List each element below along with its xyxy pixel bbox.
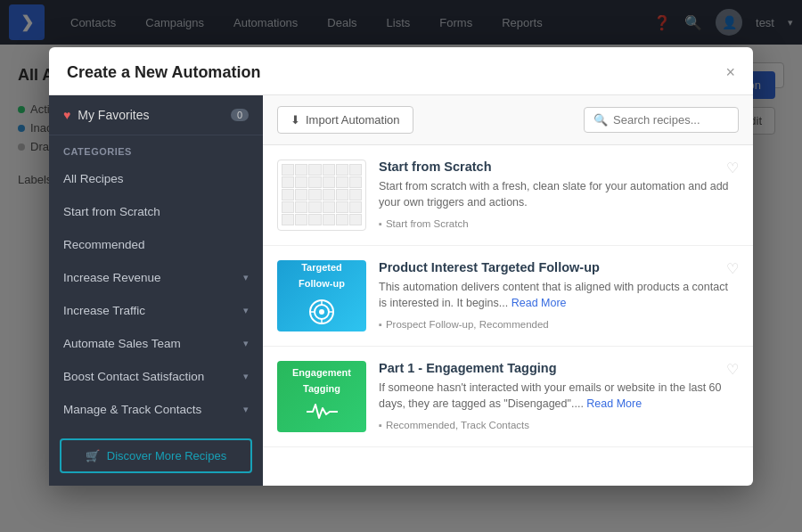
targeted-thumb-label2: Follow-up	[299, 278, 345, 290]
chevron-down-icon: ▾	[243, 305, 249, 316]
targeted-thumb-label1: Targeted	[301, 262, 342, 274]
modal-header: Create a New Automation ×	[49, 47, 753, 95]
recipe-desc-scratch: Start from scratch with a fresh, clean s…	[379, 178, 739, 212]
recipe-title-row-targeted: Product Interest Targeted Follow-up ♡	[379, 260, 739, 279]
recipe-thumb-targeted: Targeted Follow-up	[277, 260, 366, 331]
search-recipes-input[interactable]	[613, 113, 729, 127]
recipe-thumb-scratch	[277, 160, 366, 231]
search-icon: 🔍	[593, 113, 608, 127]
engagement-thumb-label1: Engagement	[292, 367, 351, 379]
recipe-heart-scratch[interactable]: ♡	[726, 160, 739, 176]
recipe-info-scratch: Start from Scratch ♡ Start from scratch …	[379, 160, 739, 230]
chevron-down-icon: ▾	[243, 272, 249, 283]
recipe-info-targeted: Product Interest Targeted Follow-up ♡ Th…	[379, 260, 739, 331]
boost-contact-label: Boost Contact Satisfaction	[63, 370, 204, 383]
sidebar-item-automate-sales[interactable]: Automate Sales Team ▾	[49, 327, 263, 360]
chevron-down-icon: ▾	[243, 338, 249, 349]
arrow-down-icon: ⬇	[291, 113, 300, 127]
sidebar-item-increase-traffic[interactable]: Increase Traffic ▾	[49, 294, 263, 327]
recipe-item-targeted: Targeted Follow-up	[263, 246, 753, 347]
create-automation-modal: Create a New Automation × ♥ My Favorites…	[49, 47, 753, 486]
all-recipes-label: All Recipes	[63, 172, 124, 185]
recipe-title-scratch: Start from Scratch	[379, 160, 492, 174]
recipe-desc-targeted: This automation delivers content that is…	[379, 279, 739, 313]
main-toolbar: ⬇ Import Automation 🔍	[263, 95, 753, 145]
recipe-tag-engagement: Recommended, Track Contacts	[386, 420, 529, 430]
activity-icon	[307, 402, 338, 422]
start-from-scratch-label: Start from Scratch	[63, 205, 160, 218]
recipe-tags-engagement: ▪ Recommended, Track Contacts	[379, 420, 739, 430]
sidebar-item-all-recipes[interactable]: All Recipes	[49, 162, 263, 195]
search-box[interactable]: 🔍	[584, 107, 739, 133]
increase-traffic-label: Increase Traffic	[63, 304, 145, 317]
favorites-label: My Favorites	[78, 108, 224, 122]
recipe-list: Start from Scratch ♡ Start from scratch …	[263, 145, 753, 486]
recipe-title-engagement: Part 1 - Engagement Tagging	[379, 361, 557, 375]
sidebar: ♥ My Favorites 0 CATEGORIES All Recipes …	[49, 95, 263, 486]
chevron-down-icon: ▾	[243, 404, 249, 415]
favorites-badge: 0	[231, 109, 249, 121]
recommended-label: Recommended	[63, 238, 145, 251]
recipe-title-row-engagement: Part 1 - Engagement Tagging ♡	[379, 361, 739, 380]
tag-icon-targeted: ▪	[379, 319, 382, 330]
recipe-tags-scratch: ▪ Start from Scratch	[379, 218, 739, 229]
import-btn-label: Import Automation	[306, 113, 400, 127]
recipe-info-engagement: Part 1 - Engagement Tagging ♡ If someone…	[379, 361, 739, 431]
modal-close-button[interactable]: ×	[725, 64, 735, 80]
recipe-tags-targeted: ▪ Prospect Follow-up, Recommended	[379, 319, 739, 330]
recipe-desc-engagement: If someone hasn't interacted with your e…	[379, 380, 739, 413]
import-automation-button[interactable]: ⬇ Import Automation	[277, 106, 413, 134]
automate-sales-label: Automate Sales Team	[63, 337, 181, 350]
manage-track-label: Manage & Track Contacts	[63, 403, 201, 416]
sidebar-favorites[interactable]: ♥ My Favorites 0	[49, 95, 263, 135]
read-more-targeted[interactable]: Read More	[511, 297, 567, 309]
recipe-item-engagement: Engagement Tagging Part 1 - Engagement T…	[263, 347, 753, 447]
svg-point-2	[319, 309, 324, 315]
sidebar-item-increase-revenue[interactable]: Increase Revenue ▾	[49, 261, 263, 294]
discover-more-label: Discover More Recipes	[107, 449, 226, 462]
heart-icon: ♥	[63, 108, 70, 122]
increase-revenue-label: Increase Revenue	[63, 271, 161, 284]
recipe-heart-targeted[interactable]: ♡	[726, 260, 739, 277]
recipe-tag-targeted: Prospect Follow-up, Recommended	[386, 319, 549, 330]
discover-more-btn[interactable]: 🛒 Discover More Recipes	[60, 438, 252, 473]
modal-body: ♥ My Favorites 0 CATEGORIES All Recipes …	[49, 95, 753, 486]
recipe-thumb-engagement: Engagement Tagging	[277, 361, 366, 432]
sidebar-item-recommended[interactable]: Recommended	[49, 228, 263, 261]
sidebar-item-start-from-scratch[interactable]: Start from Scratch	[49, 195, 263, 228]
chevron-down-icon: ▾	[243, 371, 249, 382]
tag-icon-engagement: ▪	[379, 420, 382, 430]
sidebar-item-boost-contact[interactable]: Boost Contact Satisfaction ▾	[49, 360, 263, 393]
recipe-tag-scratch: Start from Scratch	[386, 218, 469, 229]
categories-label: CATEGORIES	[49, 135, 263, 162]
read-more-engagement[interactable]: Read More	[586, 397, 642, 410]
recipe-heart-engagement[interactable]: ♡	[726, 361, 739, 378]
recipe-title-targeted: Product Interest Targeted Follow-up	[379, 260, 600, 274]
modal-title: Create a New Automation	[67, 63, 260, 82]
recipe-title-row: Start from Scratch ♡	[379, 160, 739, 178]
main-content: ⬇ Import Automation 🔍	[263, 95, 753, 486]
engagement-thumb-label2: Tagging	[303, 383, 340, 395]
cart-icon: 🛒	[86, 449, 100, 462]
target-icon	[308, 299, 335, 325]
tag-icon: ▪	[379, 218, 382, 229]
recipe-item-scratch: Start from Scratch ♡ Start from scratch …	[263, 145, 753, 246]
sidebar-item-manage-track[interactable]: Manage & Track Contacts ▾	[49, 393, 263, 426]
